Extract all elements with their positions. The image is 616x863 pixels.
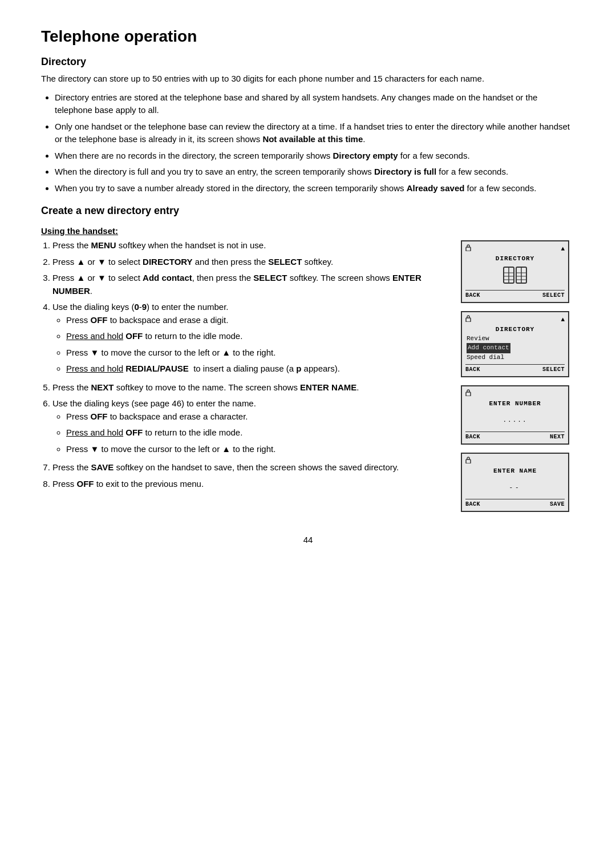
- lock-icon-4: [465, 456, 471, 466]
- screen1-softkeys: BACK SELECT: [465, 290, 565, 299]
- main-content-row: Press the MENU softkey when the handset …: [41, 239, 575, 512]
- screen3-dots: .....: [502, 417, 527, 424]
- step-8: Press OFF to exit to the previous menu.: [52, 478, 449, 491]
- bullet-1: Directory entries are stored at the tele…: [55, 91, 575, 117]
- screen-1: ▲ DIRECTORY BACK SELEC: [461, 240, 569, 303]
- step-4-bullet-2: Press and hold OFF to return to the idle…: [66, 330, 449, 343]
- bullet-4: When the directory is full and you try t…: [55, 166, 575, 179]
- svg-rect-0: [466, 247, 471, 251]
- screen2-select-label: SELECT: [542, 366, 565, 373]
- step-4-bullets: Press OFF to backspace and erase a digit…: [66, 314, 449, 376]
- arrow-up-2: ▲: [561, 316, 565, 323]
- step-7: Press the SAVE softkey on the handset to…: [52, 461, 449, 474]
- screen3-topbar: ▲: [465, 389, 565, 398]
- screen3-title: ENTER NUMBER: [465, 400, 565, 407]
- screen4-body: --: [465, 476, 565, 497]
- screen3-next-label: NEXT: [550, 434, 565, 440]
- page-number: 44: [41, 535, 575, 545]
- bullet-2: Only one handset or the telephone base c…: [55, 120, 575, 146]
- screen1-title: DIRECTORY: [465, 255, 565, 262]
- screen3-body: .....: [465, 409, 565, 429]
- screen1-body: [465, 264, 565, 288]
- screen2-title: DIRECTORY: [465, 326, 565, 333]
- bullet-3: When there are no records in the directo…: [55, 150, 575, 163]
- step-4-bullet-4: Press and hold REDIAL/PAUSE to insert a …: [66, 362, 449, 376]
- step-6: Use the dialing keys (see page 46) to en…: [52, 397, 449, 455]
- screen4-title: ENTER NAME: [465, 467, 565, 474]
- step-6-bullet-1: Press OFF to backspace and erase a chara…: [66, 410, 449, 424]
- screen3-softkeys: BACK NEXT: [465, 432, 565, 440]
- step-6-bullets: Press OFF to backspace and erase a chara…: [66, 410, 449, 456]
- screen3-back-label: BACK: [465, 434, 480, 440]
- screen2-body: Review Add contact Speed dial: [465, 334, 565, 362]
- screen4-back-label: BACK: [465, 501, 480, 507]
- menu-item-add-contact: Add contact: [467, 343, 510, 353]
- screen4-dash: --: [509, 484, 521, 491]
- using-handset-heading: Using the handset:: [41, 226, 575, 236]
- screens-column: ▲ DIRECTORY BACK SELEC: [461, 239, 575, 512]
- menu-item-speed-dial: Speed dial: [467, 353, 504, 362]
- directory-intro: The directory can store up to 50 entries…: [41, 72, 575, 86]
- screen4-topbar: ▲: [465, 456, 565, 466]
- lock-icon-2: [465, 314, 471, 324]
- screen2-back-label: BACK: [465, 366, 480, 373]
- step-4-bullet-1: Press OFF to backspace and erase a digit…: [66, 314, 449, 327]
- step-3: Press ▲ or ▼ to select Add contact, then…: [52, 272, 449, 297]
- step-1: Press the MENU softkey when the handset …: [52, 239, 449, 252]
- directory-bullets: Directory entries are stored at the tele…: [55, 91, 575, 195]
- menu-item-review: Review: [467, 334, 489, 343]
- step-4: Use the dialing keys (0-9) to enter the …: [52, 301, 449, 376]
- screen4-save-label: SAVE: [550, 501, 565, 507]
- screen-3: ▲ ENTER NUMBER ..... BACK NEXT: [461, 385, 569, 445]
- screen4-softkeys: BACK SAVE: [465, 499, 565, 507]
- lock-icon-3: [465, 389, 471, 398]
- screen2-topbar: ▲: [465, 314, 565, 324]
- create-heading: Create a new directory entry: [41, 205, 575, 217]
- step-6-bullet-2: Press and hold OFF to return to the idle…: [66, 426, 449, 439]
- page-title: Telephone operation: [41, 27, 575, 46]
- screen1-topbar: ▲: [465, 244, 565, 253]
- step-2: Press ▲ or ▼ to select DIRECTORY and the…: [52, 256, 449, 269]
- svg-rect-11: [466, 318, 471, 322]
- screen-4: ▲ ENTER NAME -- BACK SAVE: [461, 453, 569, 512]
- screen-2: ▲ DIRECTORY Review Add contact Speed dia…: [461, 311, 569, 377]
- screen1-select-label: SELECT: [542, 292, 565, 299]
- svg-rect-12: [466, 392, 471, 396]
- arrow-up-1: ▲: [561, 245, 565, 252]
- steps-column: Press the MENU softkey when the handset …: [41, 239, 449, 496]
- step-5: Press the NEXT softkey to move to the na…: [52, 381, 449, 394]
- svg-rect-13: [466, 459, 471, 463]
- directory-heading: Directory: [41, 56, 575, 68]
- steps-list: Press the MENU softkey when the handset …: [52, 239, 449, 490]
- screen1-back-label: BACK: [465, 292, 480, 299]
- book-icon: [502, 265, 528, 287]
- step-6-bullet-3: Press ▼ to move the cursor to the left o…: [66, 443, 449, 456]
- lock-icon-1: [465, 244, 471, 253]
- bullet-5: When you try to save a number already st…: [55, 182, 575, 195]
- screen2-softkeys: BACK SELECT: [465, 364, 565, 373]
- step-4-bullet-3: Press ▼ to move the cursor to the left o…: [66, 346, 449, 360]
